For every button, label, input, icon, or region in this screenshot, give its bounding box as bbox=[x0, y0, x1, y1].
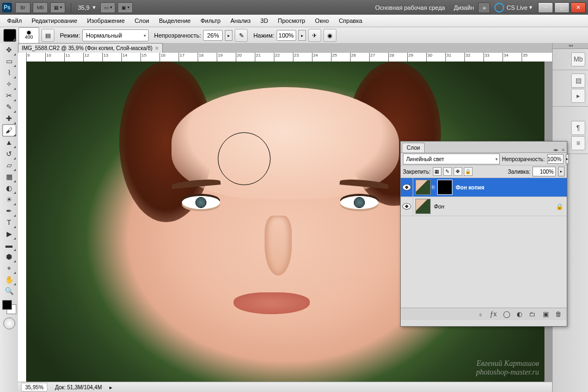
layer-row[interactable]: Фон 🔒 bbox=[401, 197, 567, 216]
hand-tool[interactable]: ✋ bbox=[3, 274, 16, 285]
workspace-design[interactable]: Дизайн bbox=[454, 4, 474, 11]
blend-mode-select[interactable]: Нормальный bbox=[82, 29, 149, 41]
color-swatches[interactable] bbox=[2, 300, 16, 314]
layer-thumbnail[interactable] bbox=[415, 180, 431, 195]
brush-panel-toggle-button[interactable]: ▤ bbox=[41, 29, 54, 42]
panel-menu-icon[interactable]: ≡ bbox=[561, 147, 566, 152]
type-tool[interactable]: T bbox=[3, 217, 16, 228]
history-brush-tool[interactable]: ↺ bbox=[3, 148, 16, 160]
layer-blend-select[interactable]: Линейный свет bbox=[403, 154, 500, 164]
layer-visibility-button[interactable] bbox=[401, 178, 413, 197]
quick-mask-button[interactable] bbox=[3, 317, 15, 329]
window-minimize-button[interactable]: ─ bbox=[538, 2, 553, 13]
dock-collapse-button[interactable]: ◂◂ bbox=[553, 43, 588, 49]
menu-help[interactable]: Справка bbox=[334, 17, 367, 24]
opacity-input[interactable]: 26% bbox=[203, 30, 223, 41]
flow-input[interactable]: 100% bbox=[277, 30, 296, 41]
layer-visibility-button[interactable] bbox=[401, 197, 413, 216]
pressure-size-button[interactable]: ◉ bbox=[323, 29, 336, 42]
layer-name[interactable]: Фон копия bbox=[456, 185, 484, 191]
cslive-button[interactable]: CS Live▾ bbox=[494, 3, 532, 13]
shape-tool[interactable]: ▬ bbox=[3, 240, 16, 251]
layer-opacity-input[interactable]: 100% bbox=[547, 154, 564, 164]
zoom-tool[interactable]: 🔍 bbox=[3, 285, 16, 297]
3d-camera-tool[interactable]: ⌖ bbox=[3, 262, 16, 274]
path-select-tool[interactable]: ▶ bbox=[3, 228, 16, 240]
status-zoom[interactable]: 35,95% bbox=[21, 383, 47, 391]
menu-view[interactable]: Просмотр bbox=[273, 17, 310, 24]
menu-select[interactable]: Выделение bbox=[154, 17, 195, 24]
eyedropper-tool[interactable]: ✎ bbox=[3, 101, 16, 113]
fill-input[interactable]: 100% bbox=[532, 167, 556, 176]
menu-window[interactable]: Окно bbox=[310, 17, 334, 24]
dodge-tool[interactable]: ☀ bbox=[3, 194, 16, 205]
pen-tool[interactable]: ✒ bbox=[3, 205, 16, 217]
workspace-more-button[interactable]: » bbox=[478, 2, 490, 13]
magic-wand-tool[interactable]: ✧ bbox=[3, 78, 16, 90]
document-tab[interactable]: IMG_5588.CR2 @ 35,9% (Фон копия, Слой-ма… bbox=[18, 43, 163, 53]
healing-brush-tool[interactable]: ✚ bbox=[3, 113, 16, 124]
menu-layer[interactable]: Слои bbox=[130, 17, 154, 24]
layer-opacity-flyout[interactable]: ▸ bbox=[566, 154, 569, 164]
lasso-tool[interactable]: ⌇ bbox=[3, 67, 16, 78]
menu-filter[interactable]: Фильтр bbox=[195, 17, 225, 24]
lock-all-icon[interactable]: 🔒 bbox=[464, 167, 473, 176]
marquee-tool[interactable]: ▭ bbox=[3, 56, 16, 67]
bridge-button[interactable]: Br bbox=[15, 2, 30, 13]
character-panel-icon[interactable]: ¶ bbox=[571, 121, 585, 135]
blur-tool[interactable]: ◐ bbox=[3, 182, 16, 194]
window-maximize-button[interactable]: ◻ bbox=[554, 2, 569, 13]
layer-thumbnail[interactable] bbox=[415, 199, 431, 214]
close-tab-icon[interactable]: ✕ bbox=[155, 45, 159, 51]
menu-image[interactable]: Изображение bbox=[82, 17, 130, 24]
eraser-tool[interactable]: ▱ bbox=[3, 160, 16, 171]
ruler-horizontal[interactable]: 9101112131415161718192021222324252627282… bbox=[26, 53, 553, 62]
move-tool[interactable]: ✥ bbox=[3, 44, 16, 56]
menu-3d[interactable]: 3D bbox=[255, 17, 273, 24]
actions-panel-icon[interactable]: ▸ bbox=[571, 89, 585, 103]
opacity-flyout-button[interactable]: ▸ bbox=[225, 30, 232, 41]
minibridge-panel-icon[interactable]: Mb bbox=[571, 52, 585, 66]
current-tool-preset-icon[interactable] bbox=[3, 29, 16, 42]
workspace-main[interactable]: Основная рабочая среда bbox=[375, 4, 445, 11]
crop-tool[interactable]: ✂ bbox=[3, 90, 16, 101]
history-panel-icon[interactable]: ▤ bbox=[571, 74, 585, 88]
window-close-button[interactable]: ✕ bbox=[571, 2, 586, 13]
pressure-opacity-button[interactable]: ✎ bbox=[235, 29, 248, 42]
layers-tab[interactable]: Слои bbox=[402, 143, 425, 152]
brush-preset-picker[interactable]: 400 bbox=[19, 27, 39, 44]
link-layers-button[interactable]: ⬨ bbox=[475, 310, 485, 318]
gradient-tool[interactable]: ▦ bbox=[3, 171, 16, 182]
menu-edit[interactable]: Редактирование bbox=[27, 17, 82, 24]
ruler-vertical[interactable] bbox=[18, 53, 27, 382]
fill-flyout[interactable]: ▸ bbox=[558, 167, 565, 176]
layer-name[interactable]: Фон bbox=[434, 204, 444, 210]
minibridge-button[interactable]: Mb bbox=[33, 2, 48, 13]
brush-tool[interactable]: 🖌 bbox=[2, 124, 16, 137]
flow-flyout-button[interactable]: ▸ bbox=[298, 30, 306, 41]
new-layer-button[interactable]: ▣ bbox=[541, 310, 550, 318]
lock-position-icon[interactable]: ✥ bbox=[454, 167, 462, 176]
foreground-color-icon[interactable] bbox=[2, 300, 12, 310]
add-mask-button[interactable]: ◯ bbox=[501, 310, 511, 318]
lock-transparent-icon[interactable]: ▦ bbox=[433, 167, 442, 176]
airbrush-button[interactable]: ✈ bbox=[308, 29, 321, 42]
paragraph-panel-icon[interactable]: ≡ bbox=[571, 136, 585, 150]
zoom-level[interactable]: 35,9 bbox=[78, 4, 89, 11]
ps-logo-icon[interactable]: Ps bbox=[2, 3, 12, 13]
lock-pixels-icon[interactable]: ✎ bbox=[443, 167, 452, 176]
clone-stamp-tool[interactable]: ▲ bbox=[3, 137, 16, 148]
delete-layer-button[interactable]: 🗑 bbox=[554, 310, 564, 318]
layer-fx-button[interactable]: ƒx bbox=[488, 310, 498, 318]
3d-tool[interactable]: ⬢ bbox=[3, 251, 16, 262]
adjustment-layer-button[interactable]: ◐ bbox=[514, 310, 524, 318]
screen-mode-button[interactable]: ▣ bbox=[118, 2, 133, 13]
menu-analysis[interactable]: Анализ bbox=[225, 17, 255, 24]
menu-file[interactable]: Файл bbox=[2, 17, 27, 24]
panel-collapse-icon[interactable]: ◂▸ bbox=[552, 147, 560, 152]
arrange-docs-button[interactable]: ▦ bbox=[50, 2, 65, 13]
layer-row[interactable]: ⎘ Фон копия bbox=[401, 178, 567, 197]
new-group-button[interactable]: 🗀 bbox=[528, 310, 537, 318]
layer-mask-thumbnail[interactable] bbox=[437, 180, 452, 195]
view-extras-button[interactable]: ▭ bbox=[100, 2, 115, 13]
